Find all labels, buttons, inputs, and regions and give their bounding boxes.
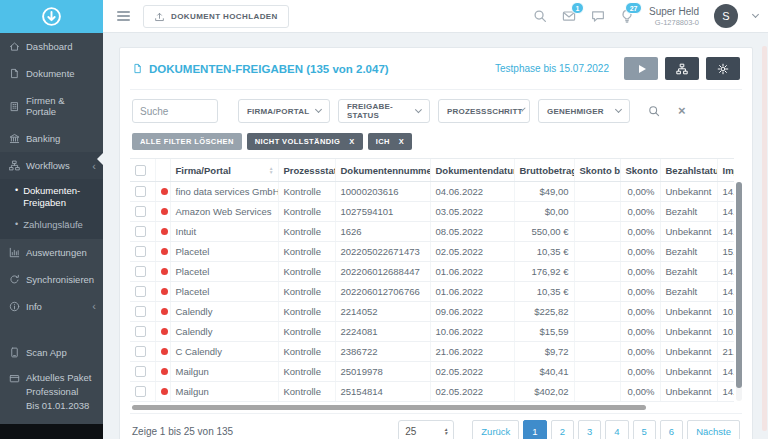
table-row[interactable]: PlacetelKontrolle20220601270676601.06.20… <box>130 282 734 302</box>
column-header-firma-portal[interactable]: Firma/Portal▴▾ <box>170 159 278 182</box>
column-header-bezahlstatus[interactable]: Bezahlstatus <box>660 159 717 182</box>
remove-chip-icon[interactable]: X <box>349 137 354 146</box>
page-button-2[interactable]: 2 <box>551 420 574 439</box>
cell-bezahlstatus: Unbekannt <box>660 222 717 242</box>
row-checkbox[interactable] <box>135 206 146 217</box>
table-horizontal-scrollbar[interactable] <box>130 405 742 411</box>
column-header-skonto-bis[interactable]: Skonto bis <box>574 159 620 182</box>
sidebar-item-workflows[interactable]: Workflows‹ <box>0 152 103 179</box>
filter-chip-ich[interactable]: ICHX <box>368 133 413 150</box>
cell-dokumentendatum: 21.06.2022 <box>430 342 514 362</box>
sidebar-item-scan-app[interactable]: Scan App <box>0 339 103 365</box>
table-row[interactable]: MailgunKontrolle2501997802.05.2022$40,41… <box>130 362 734 382</box>
sidebar-item-dokumente[interactable]: Dokumente <box>0 60 103 87</box>
page-button-6[interactable]: 6 <box>660 420 683 439</box>
cell-dokumentennummer: 202205022671473 <box>335 242 430 262</box>
row-checkbox[interactable] <box>135 286 146 297</box>
table-row[interactable]: IntuitKontrolle162608.05.2022550,00 €0,0… <box>130 222 734 242</box>
main-area: DOKUMENT HOCHLADEN 1 27 Super H <box>103 0 768 439</box>
settings-button[interactable] <box>706 57 740 80</box>
chat-icon[interactable] <box>591 9 605 23</box>
remove-chip-icon[interactable]: X <box>399 137 404 146</box>
chevron-down-icon[interactable] <box>752 11 759 18</box>
page-button-5[interactable]: 5 <box>633 420 656 439</box>
cell-prozessstatus: Kontrolle <box>278 262 335 282</box>
cell-dokumentennummer: 1626 <box>335 222 430 242</box>
page-scrollbar[interactable] <box>762 46 767 431</box>
row-checkbox[interactable] <box>135 246 146 257</box>
column-header-dokumentendatum[interactable]: Dokumentendatum▴▾ <box>430 159 514 182</box>
menu-toggle-icon[interactable] <box>117 11 130 21</box>
sidebar-item-auswertungen[interactable]: Auswertungen <box>0 239 103 266</box>
page-size-select[interactable]: 25 ▴▾ <box>398 420 454 439</box>
mail-icon[interactable]: 1 <box>562 9 576 23</box>
table-row[interactable]: MailgunKontrolle2515481402.05.2022$402,0… <box>130 382 734 402</box>
cell-skonto-bis <box>574 222 620 242</box>
filter-chip-nicht-vollst-ndig[interactable]: NICHT VOLLSTÄNDIGX <box>247 133 363 150</box>
clear-filters-icon[interactable]: × <box>678 106 686 116</box>
upload-document-button[interactable]: DOKUMENT HOCHLADEN <box>143 5 289 28</box>
user-menu[interactable]: Super Held G-1278803-0 <box>649 6 699 27</box>
sidebar-subitem-dokumenten-freigaben[interactable]: •Dokumenten-Freigaben <box>0 180 103 214</box>
table-row[interactable]: CalendlyKontrolle222408110.06.2022$15,59… <box>130 322 734 342</box>
cell-bezahlstatus: Bezahlt <box>660 282 717 302</box>
sidebar-item-banking[interactable]: Banking <box>0 125 103 152</box>
sidebar-subitem-zahlungsl-ufe[interactable]: •Zahlungsläufe <box>0 214 103 236</box>
filter-select-prozessschritt[interactable]: PROZESSSCHRITT <box>438 99 530 123</box>
cell-bezahlstatus: Bezahlt <box>660 202 717 222</box>
ideas-bulb-icon[interactable]: 27 <box>620 9 634 23</box>
column-header-dokumentennummer[interactable]: Dokumentennummer▴▾ <box>335 159 430 182</box>
status-dot-icon <box>161 228 168 235</box>
table-row[interactable]: fino data services GmbHKontrolle10000203… <box>130 182 734 202</box>
page-button-4[interactable]: 4 <box>605 420 628 439</box>
search-input[interactable] <box>132 99 218 123</box>
sidebar-item-synchronisieren[interactable]: Synchronisieren <box>0 266 103 293</box>
select-all-checkbox[interactable] <box>135 165 146 176</box>
cell-skonto: 0,00% <box>620 382 660 402</box>
app-logo[interactable] <box>0 0 103 33</box>
table-row[interactable]: CalendlyKontrolle221405209.06.2022$225,8… <box>130 302 734 322</box>
row-checkbox[interactable] <box>135 266 146 277</box>
row-checkbox[interactable] <box>135 186 146 197</box>
row-checkbox[interactable] <box>135 386 146 397</box>
filter-select-freigabe-status[interactable]: FREIGABE-STATUS <box>338 99 430 123</box>
row-checkbox[interactable] <box>135 366 146 377</box>
filter-bar: FIRMA/PORTALFREIGABE-STATUSPROZESSSCHRIT… <box>130 90 742 128</box>
page-button-1[interactable]: 1 <box>523 420 546 439</box>
sidebar-item-firmen-portale[interactable]: Firmen & Portale <box>0 87 103 125</box>
avatar[interactable]: S <box>714 4 738 28</box>
column-header-bruttobetrag[interactable]: Bruttobetrag <box>514 159 574 182</box>
table-row[interactable]: C CalendlyKontrolle238672221.06.2022$9,7… <box>130 342 734 362</box>
prev-page-button[interactable]: Zurück <box>472 420 519 439</box>
trial-note-link[interactable]: Testphase bis 15.07.2022 <box>495 63 609 74</box>
apply-filters-search-icon[interactable] <box>648 105 660 117</box>
filter-chip-alle-filter-l-schen[interactable]: ALLE FILTER LÖSCHEN <box>132 133 242 150</box>
sidebar-item-dashboard[interactable]: Dashboard <box>0 33 103 60</box>
sidebar-item-info[interactable]: Info‹ <box>0 293 103 320</box>
table-vertical-scrollbar[interactable] <box>736 182 742 401</box>
row-checkbox[interactable] <box>135 226 146 237</box>
start-workflow-button[interactable] <box>624 57 658 80</box>
row-checkbox[interactable] <box>135 346 146 357</box>
search-icon[interactable] <box>533 9 547 23</box>
sidebar: DashboardDokumenteFirmen & PortaleBankin… <box>0 0 103 439</box>
row-checkbox[interactable] <box>135 326 146 337</box>
content-area: DOKUMENTEN-FREIGABEN (135 von 2.047) Tes… <box>103 33 768 439</box>
table-row[interactable]: PlacetelKontrolle20220601268844701.06.20… <box>130 262 734 282</box>
next-page-button[interactable]: Nächste <box>687 420 740 439</box>
filter-select-firma-portal[interactable]: FIRMA/PORTAL <box>238 99 330 123</box>
page-button-3[interactable]: 3 <box>578 420 601 439</box>
table-row[interactable]: PlacetelKontrolle20220502267147302.05.20… <box>130 242 734 262</box>
package-icon <box>9 373 20 384</box>
scrollbar-thumb[interactable] <box>132 405 646 410</box>
column-header-skonto[interactable]: Skonto <box>620 159 660 182</box>
home-icon <box>9 41 20 52</box>
scrollbar-thumb[interactable] <box>736 182 742 388</box>
column-header-imp[interactable]: Imp <box>717 159 734 182</box>
table-row[interactable]: Amazon Web ServicesKontrolle102759410103… <box>130 202 734 222</box>
column-header-prozessstatus[interactable]: Prozessstatus <box>278 159 335 182</box>
row-checkbox[interactable] <box>135 306 146 317</box>
sidebar-item-current-package[interactable]: Aktuelles PaketProfessionalBis 01.01.203… <box>0 365 103 418</box>
workflow-settings-button[interactable] <box>665 57 699 80</box>
filter-select-genehmiger[interactable]: GENEHMIGER <box>538 99 630 123</box>
